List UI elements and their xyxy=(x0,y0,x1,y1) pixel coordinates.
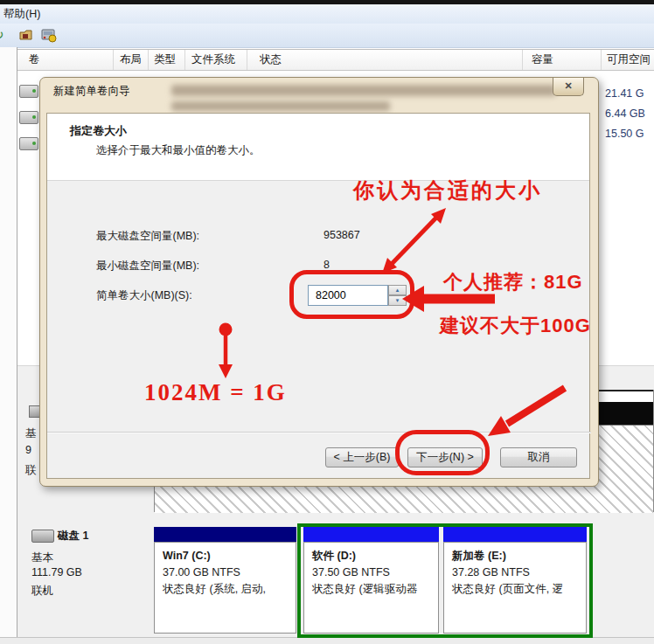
min-size-value: 8 xyxy=(324,259,330,271)
disk0-text-fragment: 联 xyxy=(25,463,37,478)
highlight-circle-next xyxy=(395,430,490,475)
page-subtitle: 选择介于最大和最小值的卷大小。 xyxy=(96,143,261,158)
button-separator xyxy=(47,432,591,433)
cancel-button[interactable]: 取消 xyxy=(500,447,577,467)
disk1-size: 111.79 GB xyxy=(31,566,82,578)
export-icon[interactable] xyxy=(18,27,34,43)
free-space-value: 6.44 GB xyxy=(605,107,645,120)
partition-e-size: 37.28 GB NTFS xyxy=(452,564,586,581)
disk0-text-fragment: 基 xyxy=(25,426,37,441)
col-status[interactable]: 状态 xyxy=(247,50,523,70)
partition-c[interactable]: Win7 (C:) 37.00 GB NTFS 状态良好 (系统, 启动, xyxy=(154,527,296,634)
col-capacity[interactable]: 容量 xyxy=(523,50,602,70)
annotation-recommendation: 个人推荐：81G xyxy=(443,269,583,295)
max-size-value: 953867 xyxy=(324,229,360,241)
disk-management-window: 帮助(H) ↻ 卷 布局 类型 文件系统 状态 容量 可用空间 21.41 G … xyxy=(0,0,654,644)
disk1-type: 基本 xyxy=(31,551,53,565)
partition-c-status: 状态良好 (系统, 启动, xyxy=(163,581,296,598)
dialog-title: 新建简单卷向导 xyxy=(53,84,130,99)
free-space-value: 15.50 G xyxy=(605,128,644,140)
annotation-suggestion: 建议不大于100G xyxy=(440,313,591,339)
volume-table-header: 卷 布局 类型 文件系统 状态 容量 可用空间 xyxy=(17,49,654,71)
disk1-status: 联机 xyxy=(31,584,53,599)
partition-d-strip xyxy=(303,527,439,542)
col-layout[interactable]: 布局 xyxy=(114,50,149,70)
partition-c-name: Win7 (C:) xyxy=(163,548,296,564)
menu-bar: 帮助(H) xyxy=(0,4,654,24)
partition-c-size: 37.00 GB NTFS xyxy=(163,564,296,581)
partition-d-status: 状态良好 (逻辑驱动器 xyxy=(312,581,438,598)
col-free-space[interactable]: 可用空间 xyxy=(602,50,654,70)
partition-e-name: 新加卷 (E:) xyxy=(452,548,586,564)
disk1-label: 磁盘 1 xyxy=(58,529,88,544)
partition-e-status: 状态良好 (页面文件, 逻 xyxy=(452,581,586,598)
volume-row-icon[interactable] xyxy=(19,85,38,98)
censored-blur xyxy=(171,85,556,96)
disk0-text-fragment: 9 xyxy=(25,444,31,456)
free-space-value: 21.41 G xyxy=(605,87,644,100)
min-size-label: 最小磁盘空间量(MB): xyxy=(96,259,199,274)
annotation-conversion: 1024M = 1G xyxy=(144,379,287,406)
wizard-header: 指定卷大小 选择介于最大和最小值的卷大小。 xyxy=(47,114,589,181)
partition-e-strip xyxy=(443,527,587,542)
volume-size-label: 简单卷大小(MB)(S): xyxy=(96,288,192,303)
col-filesystem[interactable]: 文件系统 xyxy=(185,50,247,70)
censored-blur xyxy=(171,101,390,111)
refresh-icon[interactable]: ↻ xyxy=(0,27,9,43)
volume-row-icon[interactable] xyxy=(19,111,38,124)
partition-e[interactable]: 新加卷 (E:) 37.28 GB NTFS 状态良好 (页面文件, 逻 xyxy=(443,527,587,634)
close-icon[interactable]: ✕ xyxy=(553,78,584,96)
toolbar: ↻ xyxy=(0,24,654,48)
page-title: 指定卷大小 xyxy=(70,123,127,139)
left-pane-edge xyxy=(0,47,17,644)
partition-d-name: 软件 (D:) xyxy=(312,548,438,564)
volume-row-icon[interactable] xyxy=(19,137,38,150)
partition-d-size: 37.50 GB NTFS xyxy=(312,564,438,581)
annotation-appropriate-size: 你认为合适的大小 xyxy=(353,177,542,204)
disk-manage-icon[interactable] xyxy=(41,27,57,43)
col-volume[interactable]: 卷 xyxy=(17,50,114,70)
menu-help[interactable]: 帮助(H) xyxy=(3,7,40,22)
back-button[interactable]: < 上一步(B) xyxy=(325,447,399,467)
disk1-icon xyxy=(31,530,54,543)
highlight-circle-input xyxy=(289,270,414,319)
max-size-label: 最大磁盘空间量(MB): xyxy=(96,229,199,244)
col-type[interactable]: 类型 xyxy=(149,50,185,70)
partition-d[interactable]: 软件 (D:) 37.50 GB NTFS 状态良好 (逻辑驱动器 xyxy=(303,527,439,634)
partition-c-strip xyxy=(154,527,296,542)
window-bottom-edge xyxy=(0,637,654,644)
